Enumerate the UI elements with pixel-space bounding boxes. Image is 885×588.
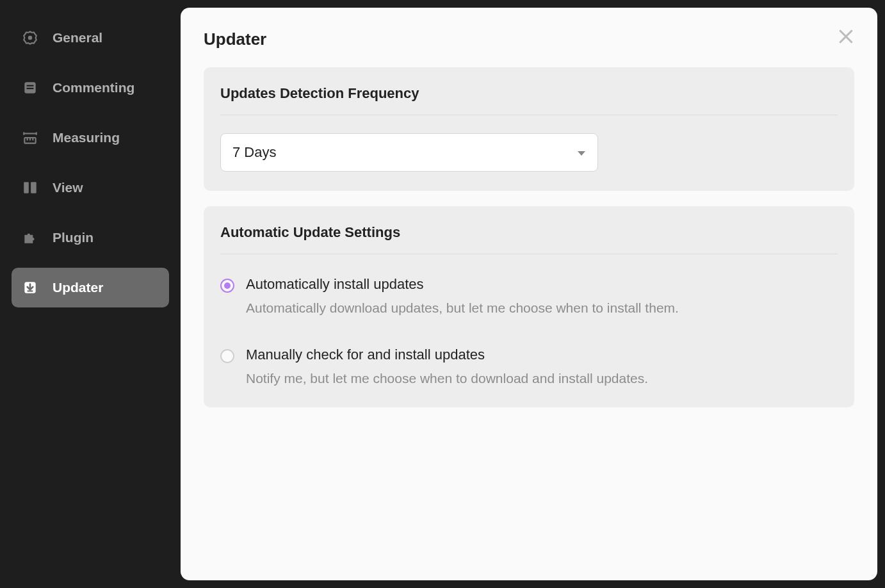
close-button[interactable] [836, 27, 856, 46]
sidebar-item-plugin[interactable]: Plugin [12, 218, 169, 257]
gear-icon [22, 29, 38, 46]
svg-rect-3 [27, 85, 34, 86]
sidebar-item-label: View [53, 180, 83, 195]
svg-point-0 [28, 36, 33, 40]
svg-rect-12 [24, 182, 29, 193]
radio-indicator [220, 279, 234, 293]
frequency-selected-value: 7 Days [232, 144, 276, 161]
download-icon [22, 279, 38, 296]
sidebar-item-general[interactable]: General [12, 18, 169, 58]
puzzle-icon [22, 229, 38, 246]
svg-rect-13 [31, 182, 37, 193]
radio-label: Automatically install updates [246, 276, 679, 293]
frequency-select[interactable]: 7 Days [220, 133, 598, 172]
note-icon [22, 79, 38, 96]
radio-description: Automatically download updates, but let … [246, 298, 679, 318]
frequency-header: Updates Detection Frequency [220, 85, 838, 115]
frequency-panel: Updates Detection Frequency 7 Days [204, 67, 854, 191]
radio-label: Manually check for and install updates [246, 347, 648, 363]
auto-update-radio-group: Automatically install updates Automatica… [220, 272, 838, 388]
sidebar-item-updater[interactable]: Updater [12, 268, 169, 307]
radio-auto-install[interactable]: Automatically install updates Automatica… [220, 276, 838, 318]
sidebar-item-view[interactable]: View [12, 168, 169, 208]
sidebar-item-measuring[interactable]: Measuring [12, 118, 169, 158]
sidebar-item-label: Plugin [53, 230, 93, 245]
sidebar-item-label: Measuring [53, 130, 120, 145]
main-panel: Updater Updates Detection Frequency 7 Da… [181, 8, 877, 580]
radio-description: Notify me, but let me choose when to dow… [246, 368, 648, 389]
page-title: Updater [204, 29, 854, 49]
sidebar: General Commenting Measuring [0, 0, 181, 588]
chevron-down-icon [577, 144, 586, 161]
svg-rect-4 [27, 88, 34, 89]
sidebar-item-commenting[interactable]: Commenting [12, 68, 169, 108]
radio-indicator [220, 349, 234, 363]
sidebar-item-label: General [53, 30, 102, 45]
ruler-icon [22, 129, 38, 146]
sidebar-item-label: Commenting [53, 80, 134, 95]
radio-manual-install[interactable]: Manually check for and install updates N… [220, 347, 838, 389]
auto-update-header: Automatic Update Settings [220, 224, 838, 254]
sidebar-item-label: Updater [53, 280, 103, 295]
auto-update-panel: Automatic Update Settings Automatically … [204, 206, 854, 407]
panels-icon [22, 179, 38, 196]
